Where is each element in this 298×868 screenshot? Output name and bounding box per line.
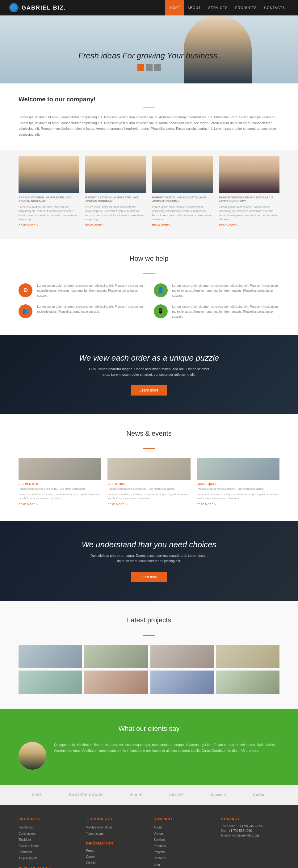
footer-fax-label: Fax:: [221, 829, 227, 833]
choices-learn-more-button[interactable]: Learn more: [131, 572, 167, 582]
project-thumb-3[interactable]: [151, 645, 214, 668]
project-thumb-5[interactable]: [19, 671, 82, 694]
project-thumb-1[interactable]: [19, 645, 82, 668]
news-readmore-2[interactable]: READ MORE >: [107, 503, 190, 506]
help-item-1: ⚙ Lorem ipsum dolor sit amet, consectetu…: [19, 283, 144, 298]
footer-company-title: COMPANY: [154, 817, 212, 821]
news-readmore-1[interactable]: READ MORE >: [19, 503, 101, 506]
partner-logo-4: ClickVP: [169, 793, 184, 797]
footer-col-products: PRODUCTS Vestibulum Curis lacinia Tincid…: [19, 817, 77, 868]
footer-technology-title: TECHNOLOGY: [86, 817, 144, 821]
how-we-help-title: How we help: [19, 255, 279, 262]
team-section: BABENT VESTIBULUM MOLESTIE LACU AENEAN N…: [0, 150, 298, 239]
footer-products-link-3[interactable]: Tincidunt: [19, 837, 77, 843]
partner-logo-1: FSPA: [32, 793, 42, 797]
news-card-1: ELEMENTUM Phasellus porta felis suscipit…: [19, 458, 101, 506]
hero-background: [0, 16, 298, 84]
news-readmore-3[interactable]: READ MORE >: [197, 503, 279, 506]
client-photo-inner: [19, 742, 46, 770]
team-desc-1: Lorem ipsum dolor sit amet, consectetuer…: [19, 205, 79, 222]
partner-logo-5: Dynamo: [211, 793, 226, 797]
team-card-4: BABENT VESTIBULUM MOLESTIE LACU AENEAN N…: [219, 156, 279, 227]
project-thumb-2[interactable]: [84, 645, 147, 668]
welcome-title: Welcome to our company!: [19, 96, 279, 103]
help-col-left: ⚙ Lorem ipsum dolor sit amet, consectetu…: [19, 283, 144, 319]
projects-title: Latest projects: [19, 616, 279, 624]
footer-products-link-5[interactable]: Commodi: [19, 849, 77, 855]
footer-email-label: E-mail:: [221, 834, 231, 837]
footer-products-link-2[interactable]: Curis lacinia: [19, 831, 77, 837]
puzzle-learn-more-button[interactable]: Learn more: [131, 385, 167, 396]
team-readmore-1[interactable]: READ MORE >: [19, 224, 79, 227]
news-desc-1: Phasellus porta felis suscipit mi. Fius …: [19, 487, 101, 491]
footer-company-link-1[interactable]: About: [154, 825, 212, 831]
project-thumb-8[interactable]: [216, 671, 279, 694]
team-readmore-3[interactable]: READ MORE >: [152, 224, 213, 227]
help-item-2: 👥 Lorem ipsum dolor sit amet, consectetu…: [19, 304, 144, 318]
choices-banner: We understand that you need choices Duis…: [0, 521, 298, 601]
team-photo-2: [85, 156, 146, 193]
footer-company-link-7[interactable]: Blog: [154, 862, 212, 868]
help-item-3: 👤 Lorem ipsum dolor sit amet, consectetu…: [154, 283, 280, 298]
partner-logo-2: MASTERS COACH: [69, 793, 103, 797]
header: 🌐 GABRIEL BIZ. HOME ABOUT SERVICES PRODU…: [0, 0, 298, 16]
footer-tech-link-1[interactable]: Volutue error skola: [86, 825, 144, 831]
team-readmore-2[interactable]: READ MORE >: [85, 224, 146, 227]
footer-company-link-5[interactable]: Projects: [154, 849, 212, 855]
footer-products-link-6[interactable]: Adipiscing etc: [19, 855, 77, 862]
help-icon-4: 📱: [154, 304, 168, 318]
nav-contacts[interactable]: CONTACTS: [260, 0, 289, 16]
partner-logo-6: GoStar: [253, 793, 266, 797]
footer-contact-title: CONTACT: [221, 817, 279, 821]
footer-info-link-1[interactable]: Press: [86, 847, 144, 854]
hero-dot-3[interactable]: [154, 64, 161, 71]
footer-company-link-6[interactable]: Contacts: [154, 855, 212, 862]
footer-info-link-2[interactable]: Career: [86, 854, 144, 860]
footer-products-link-1[interactable]: Vestibulum: [19, 825, 77, 831]
news-body-2: Lorem ipsum dolor sit amet, consectetuer…: [107, 493, 190, 501]
footer-info-link-4[interactable]: Reseller: [86, 866, 144, 868]
news-photo-1: [19, 458, 101, 480]
logo-globe-icon: 🌐: [9, 3, 19, 12]
help-text-3: Lorem ipsum dolor sit amet, consectetuer…: [172, 283, 280, 298]
project-thumb-7[interactable]: [151, 671, 214, 694]
main-nav: HOME ABOUT SERVICES PRODUCTS CONTACTS: [165, 0, 289, 16]
footer-grid: PRODUCTS Vestibulum Curis lacinia Tincid…: [19, 817, 279, 868]
footer-info-link-3[interactable]: Clients: [86, 860, 144, 866]
footer-company-link-2[interactable]: Visitors: [154, 831, 212, 837]
footer-col-technology: TECHNOLOGY Volutue error skola Totam acc…: [86, 817, 144, 868]
footer-tech-link-2[interactable]: Totam accus: [86, 831, 144, 837]
nav-services[interactable]: SERVICES: [204, 0, 231, 16]
team-name-4: BABENT VESTIBULUM MOLESTIE LACU AENEAN N…: [219, 195, 279, 203]
footer-company-link-3[interactable]: Services: [154, 837, 212, 843]
footer-email-value: info@gabrielbiz.org: [232, 834, 259, 837]
footer-main: PRODUCTS Vestibulum Curis lacinia Tincid…: [0, 805, 298, 868]
puzzle-title: We view each order as a unique puzzle: [79, 353, 219, 363]
hero-title: Fresh ideas For growing Your business.: [0, 51, 298, 61]
hero-dot-1[interactable]: [137, 64, 144, 71]
footer-fax-value: +1 704 597 1010: [229, 829, 252, 833]
clients-title: What our clients say: [19, 724, 279, 733]
team-photo-4: [219, 156, 279, 193]
hero-silhouette: [184, 16, 252, 84]
project-thumb-6[interactable]: [84, 671, 147, 694]
nav-products[interactable]: PRODUCTS: [232, 0, 261, 16]
footer-products-link-4[interactable]: Fusce euismod: [19, 843, 77, 849]
team-readmore-4[interactable]: READ MORE >: [219, 224, 279, 227]
footer-company-link-4[interactable]: Products: [154, 843, 212, 849]
projects-grid: [19, 645, 279, 694]
help-grid: ⚙ Lorem ipsum dolor sit amet, consectetu…: [19, 283, 279, 319]
hero-dot-2[interactable]: [146, 64, 153, 71]
choices-subtitle: Duis ultrices pharetra magna. Donec accu…: [88, 553, 211, 564]
footer-information-title: INFORMATION: [86, 841, 144, 845]
team-card-1: BABENT VESTIBULUM MOLESTIE LACU AENEAN N…: [19, 156, 79, 227]
news-title: News & events: [19, 430, 279, 438]
news-desc-3: Phasellus porta felis suscipit mi. Fius …: [197, 487, 279, 491]
hero-section: Fresh ideas For growing Your business.: [0, 16, 298, 84]
project-thumb-4[interactable]: [216, 645, 279, 668]
welcome-section: Welcome to our company! Lorem ipsum dolo…: [0, 84, 298, 150]
team-photo-3: [152, 156, 213, 193]
nav-home[interactable]: HOME: [165, 0, 184, 16]
hero-person-image: [184, 16, 252, 84]
nav-about[interactable]: ABOUT: [184, 0, 204, 16]
